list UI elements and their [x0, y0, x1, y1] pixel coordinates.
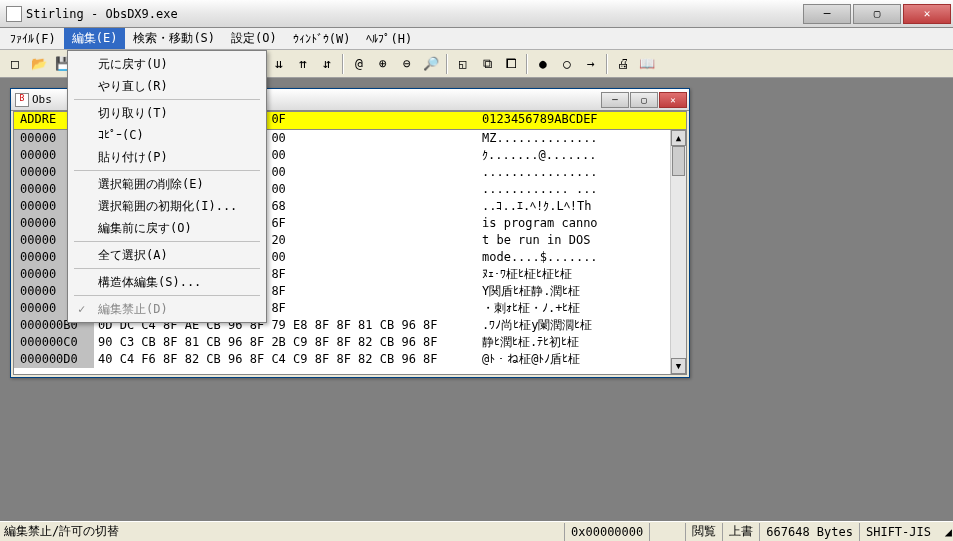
- child-minimize-button[interactable]: ─: [601, 92, 629, 108]
- menu-item[interactable]: 貼り付け(P): [70, 146, 264, 168]
- close-button[interactable]: ✕: [903, 4, 951, 24]
- toolbar-button[interactable]: ⇊: [268, 53, 290, 75]
- scroll-up-button[interactable]: ▲: [671, 130, 686, 146]
- row-hex[interactable]: 40 C4 F6 8F 82 CB 96 8F C4 C9 8F 8F 82 C…: [94, 351, 474, 368]
- status-encoding: SHIFT-JIS: [859, 523, 937, 541]
- hex-row[interactable]: 000000D040 C4 F6 8F 82 CB 96 8F C4 C9 8F…: [14, 351, 670, 368]
- toolbar-button[interactable]: 🖨: [612, 53, 634, 75]
- toolbar-button[interactable]: @: [348, 53, 370, 75]
- row-ascii[interactable]: MZ..............: [474, 130, 670, 147]
- menu-separator: [74, 241, 260, 242]
- row-ascii[interactable]: is program canno: [474, 215, 670, 232]
- status-message: 編集禁止/許可の切替: [0, 523, 564, 540]
- toolbar-button[interactable]: ⇵: [316, 53, 338, 75]
- toolbar-button[interactable]: □: [4, 53, 26, 75]
- vertical-scrollbar[interactable]: ▲ ▼: [670, 130, 686, 374]
- toolbar-button[interactable]: 🔎: [420, 53, 442, 75]
- menu-help[interactable]: ﾍﾙﾌﾟ(H): [358, 28, 420, 49]
- status-size: 667648 Bytes: [759, 523, 859, 541]
- row-ascii[interactable]: ・刺ｫﾋ柾・ﾉ.+ﾋ柾: [474, 300, 670, 317]
- menu-item[interactable]: 切り取り(T): [70, 102, 264, 124]
- menu-edit[interactable]: 編集(E): [64, 28, 126, 49]
- maximize-button[interactable]: ▢: [853, 4, 901, 24]
- menu-item[interactable]: 編集前に戻す(O): [70, 217, 264, 239]
- app-icon: [6, 6, 22, 22]
- toolbar-button[interactable]: ⊖: [396, 53, 418, 75]
- toolbar-separator: [342, 54, 344, 74]
- minimize-button[interactable]: ─: [803, 4, 851, 24]
- status-offset: 0x00000000: [564, 523, 649, 541]
- toolbar-button[interactable]: ⊕: [372, 53, 394, 75]
- menu-separator: [74, 99, 260, 100]
- row-ascii[interactable]: 静ﾋ潤ﾋ柾.ﾃﾋ初ﾋ柾: [474, 334, 670, 351]
- row-ascii[interactable]: @ﾄ・ね柾@ﾄﾉ盾ﾋ柾: [474, 351, 670, 368]
- scroll-thumb[interactable]: [672, 146, 685, 176]
- resize-grip[interactable]: ◢: [937, 524, 953, 540]
- menu-search[interactable]: 検索・移動(S): [125, 28, 223, 49]
- child-icon: B: [15, 93, 29, 107]
- menu-file[interactable]: ﾌｧｲﾙ(F): [2, 28, 64, 49]
- row-ascii[interactable]: ................: [474, 164, 670, 181]
- edit-dropdown-menu: 元に戻す(U)やり直し(R)切り取り(T)ｺﾋﾟｰ(C)貼り付け(P)選択範囲の…: [67, 50, 267, 323]
- check-icon: ✓: [78, 302, 85, 316]
- toolbar-button[interactable]: 📖: [636, 53, 658, 75]
- menu-item[interactable]: 構造体編集(S)...: [70, 271, 264, 293]
- toolbar-button[interactable]: →: [580, 53, 602, 75]
- toolbar-separator: [446, 54, 448, 74]
- row-ascii[interactable]: t be run in DOS: [474, 232, 670, 249]
- toolbar-button[interactable]: ◱: [452, 53, 474, 75]
- toolbar-separator: [526, 54, 528, 74]
- menu-item[interactable]: 選択範囲の削除(E): [70, 173, 264, 195]
- menu-settings[interactable]: 設定(O): [223, 28, 285, 49]
- row-ascii[interactable]: mode....$.......: [474, 249, 670, 266]
- toolbar-button[interactable]: 📂: [28, 53, 50, 75]
- child-maximize-button[interactable]: ▢: [630, 92, 658, 108]
- menubar: ﾌｧｲﾙ(F) 編集(E) 検索・移動(S) 設定(O) ｳｨﾝﾄﾞｳ(W) ﾍ…: [0, 28, 953, 50]
- menu-item[interactable]: ｺﾋﾟｰ(C): [70, 124, 264, 146]
- row-ascii[interactable]: ..ｺ..ｴ.ﾍ!ｸ.Lﾍ!Th: [474, 198, 670, 215]
- menu-window[interactable]: ｳｨﾝﾄﾞｳ(W): [285, 28, 359, 49]
- toolbar-button[interactable]: ●: [532, 53, 554, 75]
- toolbar-button[interactable]: ○: [556, 53, 578, 75]
- menu-separator: [74, 295, 260, 296]
- toolbar-button[interactable]: ⇈: [292, 53, 314, 75]
- toolbar-separator: [606, 54, 608, 74]
- row-ascii[interactable]: ｸ.......@.......: [474, 147, 670, 164]
- row-address: 000000C0: [14, 334, 94, 351]
- status-mode1: 閲覧: [685, 523, 722, 541]
- menu-item: 編集禁止(D)✓: [70, 298, 264, 320]
- row-ascii[interactable]: ............ ...: [474, 181, 670, 198]
- menu-item[interactable]: やり直し(R): [70, 75, 264, 97]
- row-address: 000000D0: [14, 351, 94, 368]
- menu-item[interactable]: 全て選択(A): [70, 244, 264, 266]
- child-close-button[interactable]: ✕: [659, 92, 687, 108]
- menu-item[interactable]: 元に戻す(U): [70, 53, 264, 75]
- row-ascii[interactable]: ﾇｪ･ﾜ柾ﾋ柾ﾋ柾ﾋ柾: [474, 266, 670, 283]
- scroll-down-button[interactable]: ▼: [671, 358, 686, 374]
- window-title: Stirling - ObsDX9.exe: [26, 7, 803, 21]
- header-ascii: 0123456789ABCDEF: [474, 112, 686, 129]
- hex-row[interactable]: 000000C090 C3 CB 8F 81 CB 96 8F 2B C9 8F…: [14, 334, 670, 351]
- toolbar-button[interactable]: ⧠: [500, 53, 522, 75]
- row-hex[interactable]: 90 C3 CB 8F 81 CB 96 8F 2B C9 8F 8F 82 C…: [94, 334, 474, 351]
- menu-separator: [74, 170, 260, 171]
- row-ascii[interactable]: .ﾜﾉ尚ﾋ柾y闌潤濶ﾋ柾: [474, 317, 670, 334]
- status-mode2: 上書: [722, 523, 759, 541]
- statusbar: 編集禁止/許可の切替 0x00000000 閲覧 上書 667648 Bytes…: [0, 521, 953, 541]
- menu-separator: [74, 268, 260, 269]
- toolbar-button[interactable]: ⧉: [476, 53, 498, 75]
- main-titlebar: Stirling - ObsDX9.exe ─ ▢ ✕: [0, 0, 953, 28]
- menu-item[interactable]: 選択範囲の初期化(I)...: [70, 195, 264, 217]
- row-ascii[interactable]: Y関盾ﾋ柾静.潤ﾋ柾: [474, 283, 670, 300]
